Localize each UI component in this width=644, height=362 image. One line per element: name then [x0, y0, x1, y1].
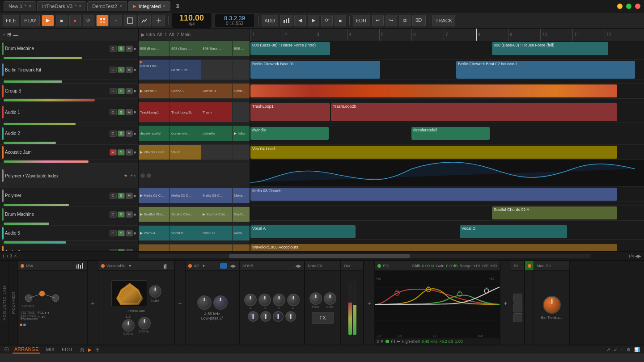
session-cell-a2-dec[interactable]: deceleratefal	[139, 126, 170, 141]
arr-clip-808-full[interactable]: 808 (Bass-08) : House Force (full)	[492, 42, 608, 55]
close-btn[interactable]	[635, 4, 640, 9]
ratio-knob[interactable]	[122, 319, 135, 332]
session-cell-a2-fall[interactable]: ▶ fallor	[233, 126, 250, 141]
play-label-button[interactable]: PLAY	[21, 15, 39, 26]
session-cell-drum-main[interactable]: 808 ...	[233, 41, 250, 56]
session-cell-berlin-alt2[interactable]	[201, 60, 233, 80]
track-mute2-polymer[interactable]: M	[126, 193, 133, 199]
track-solo-audio2[interactable]: S	[118, 130, 125, 137]
track-mute-audio5[interactable]: ⊙	[110, 230, 117, 236]
fx-item-3[interactable]	[513, 313, 522, 322]
session-cell-g3-scene4[interactable]: Scen...	[233, 84, 250, 98]
session-cell-berlin-main[interactable]	[233, 60, 250, 80]
track-solo-drum[interactable]: S	[118, 46, 125, 52]
session-cell-a6-never2[interactable]: NeverEngin...	[170, 244, 201, 251]
session-cell-a2-dw[interactable]: dwindle	[201, 126, 233, 141]
session-cell-drum3-4[interactable]: Soulf...	[233, 207, 250, 222]
record-button[interactable]: ●	[69, 15, 81, 26]
track-mute2-drum2[interactable]: M	[126, 211, 133, 218]
track-fav-polymer-wt[interactable]: ★	[124, 173, 127, 178]
track-mute-berlin[interactable]: ⊙	[110, 67, 117, 73]
tab-integrated[interactable]: ▶ Integrated ×	[128, 1, 170, 11]
add-section-2[interactable]: +	[175, 261, 186, 345]
play-mode-icon[interactable]: ▶	[88, 347, 92, 352]
close-icon2[interactable]: ×	[14, 253, 17, 258]
settings-icon[interactable]: ⚙	[627, 347, 631, 352]
edit-toolbar-button[interactable]: EDIT	[353, 15, 370, 26]
tab-inthedark[interactable]: InTheDark V3 * ×	[37, 1, 86, 11]
import-icon[interactable]: ↙	[614, 347, 617, 352]
track-mute2-audio5[interactable]: M	[126, 230, 133, 236]
session-cell-drum-alt2[interactable]: 808 Bass-...	[201, 41, 233, 56]
session-cell-ac-blank2[interactable]	[233, 145, 250, 160]
mod-dest-knob[interactable]	[543, 296, 561, 314]
tab-arrange[interactable]: ARRANGE	[13, 345, 40, 354]
session-cell-a5-vocalb[interactable]: Vocal B	[170, 226, 201, 240]
track-mute2-audio2[interactable]: M	[126, 130, 133, 137]
tab-demotest[interactable]: DemoTest2 ×	[87, 1, 127, 11]
session-cell-poly-mella4[interactable]: Mella...	[233, 188, 250, 203]
session-cell-drum3-2[interactable]: Soulful Cho...	[170, 207, 201, 222]
track-mute2-audio6[interactable]: M	[126, 249, 133, 252]
eq-type-dropdown[interactable]: ⬅ High-shelf	[397, 339, 419, 344]
prev-button[interactable]: ◀	[294, 15, 306, 26]
session-cell-a1-trash3[interactable]: Trash	[201, 102, 233, 122]
tab-grid-btn[interactable]: ⊞	[171, 2, 183, 10]
track-solo-acoustic[interactable]: S	[118, 149, 125, 156]
session-cell-poly-mella1[interactable]: ▶ Mella 01 C...	[139, 188, 170, 203]
track-solo-audio5[interactable]: S	[118, 230, 125, 236]
fx-item-1[interactable]	[513, 294, 522, 303]
sub-adsr-attack-knob[interactable]	[248, 311, 258, 322]
chart-button[interactable]	[280, 15, 292, 26]
track-mute2-audio1[interactable]: M	[126, 109, 133, 115]
session-cell-berlin-intro[interactable]: ▶ Berlin Fire...	[139, 60, 170, 80]
track-solo-berlin[interactable]: S	[118, 67, 125, 73]
arr-clip-deceleratefall[interactable]: deceleratefall	[411, 127, 490, 140]
fine-knob[interactable]	[138, 317, 151, 329]
track-add-polymer-wt[interactable]: +	[130, 173, 132, 178]
arr-clip-vocalA[interactable]: Vocal A	[250, 225, 356, 238]
pitch-knob[interactable]	[309, 292, 322, 305]
session-cell-a5-vocad[interactable]: Voca...	[233, 226, 250, 240]
arr-clip-trashloop2b[interactable]: TrashLoop2b	[331, 103, 617, 121]
session-cell-a1-trash[interactable]: TrashLoop1	[139, 102, 170, 122]
session-cell-a5-vocalc[interactable]: Vocal C	[201, 226, 233, 240]
session-cell-drum-intro[interactable]: 808 (Bass-...	[139, 41, 170, 56]
sub-adsr-sustain-knob[interactable]	[273, 311, 284, 322]
automation-button[interactable]	[138, 15, 151, 26]
track-solo-audio1[interactable]: S	[118, 109, 125, 115]
rec2-button[interactable]: ■	[335, 15, 346, 26]
track-mute-audio2[interactable]: ⊙	[110, 130, 117, 137]
chart-icon[interactable]: 📊	[634, 347, 640, 352]
tab-demotest-close[interactable]: ×	[119, 4, 122, 8]
adsr-sustain-knob[interactable]	[273, 294, 285, 306]
arr-clip-soulful[interactable]: Soulful Chords 01 A	[492, 206, 617, 219]
info-icon[interactable]: ⓘ	[4, 346, 9, 353]
tab-new1[interactable]: New 1 * ×	[4, 1, 36, 11]
wt-dropdown[interactable]: ▼	[128, 264, 132, 268]
session-cell-a6-wav2[interactable]: Wave...	[233, 244, 250, 251]
tab-new1-close[interactable]: ×	[29, 4, 31, 8]
track-close-polymer-wt[interactable]: ×	[134, 173, 136, 178]
track-mute2-group3[interactable]: M	[126, 88, 133, 94]
tab-inthedark-close[interactable]: ×	[79, 4, 81, 8]
session-cell-drum-alt1[interactable]: 808 (Bass-...	[170, 41, 201, 56]
bounce-button[interactable]	[124, 15, 136, 26]
add-section-1[interactable]: +	[88, 261, 98, 345]
xp-dropdown[interactable]: ▼	[202, 264, 206, 268]
track-mute-audio6[interactable]: ⊙	[110, 249, 117, 252]
grid-view-icon[interactable]: ⊞	[95, 346, 100, 353]
next-button[interactable]: ▶	[308, 15, 319, 26]
track-mute-audio1[interactable]: ⊙	[110, 109, 117, 115]
add-section-4[interactable]: +	[500, 261, 511, 345]
session-cell-a6-never[interactable]: ▶ NeverEngin...	[139, 244, 170, 251]
file-button[interactable]: FILE	[3, 15, 19, 26]
session-button[interactable]	[96, 15, 109, 26]
track-solo-audio6[interactable]: S	[118, 249, 125, 252]
copy-button[interactable]: ⧉	[399, 15, 411, 26]
session-cell-a2-dor[interactable]: dorianredu...	[170, 126, 201, 141]
track-solo-group3[interactable]: S	[118, 88, 125, 94]
track-solo-polymer[interactable]: S	[118, 193, 125, 199]
export-icon[interactable]: ↗	[606, 347, 610, 352]
snap-button[interactable]	[153, 15, 165, 26]
